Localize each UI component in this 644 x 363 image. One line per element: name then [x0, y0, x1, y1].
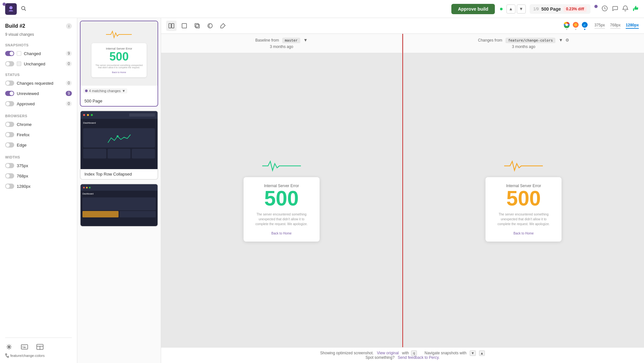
changes-desc: The server encountered something unexpec… [495, 212, 553, 226]
width-375-row: 375px [5, 162, 72, 169]
baseline-branch-dropdown[interactable]: ▼ [303, 38, 308, 43]
next-arrow[interactable]: ▼ [517, 5, 526, 14]
changed-filter[interactable]: Changed 9 [5, 50, 72, 57]
build-title-row: Build Build #2#2 i [5, 23, 72, 29]
highlight-button[interactable] [218, 21, 228, 31]
info-icon[interactable]: i [66, 23, 72, 29]
changes-link[interactable]: Back to Home [495, 232, 553, 235]
svg-point-17 [5, 354, 7, 355]
approved-count: 0 [66, 101, 72, 106]
matching-changes-badge[interactable]: 4 matching changes ▼ [83, 88, 127, 93]
comment-button[interactable] [612, 5, 618, 13]
unreviewed-filter[interactable]: Unreviewed 9 [5, 90, 72, 97]
svg-rect-21 [172, 24, 174, 28]
build-number: Build Build #2#2 [5, 23, 25, 29]
bottom-bar: Showing optimized screenshot. View origi… [161, 347, 644, 363]
chrome-label: Chrome [17, 122, 32, 127]
diff-badge: 0.23% diff [563, 6, 587, 12]
history-button[interactable] [601, 5, 608, 13]
changes-branch-dropdown[interactable]: ▼ [559, 38, 563, 43]
changes-img: Internal Server Error 500 The server enc… [403, 53, 644, 347]
thumb-card-500[interactable]: Internal Server Error 500 The server enc… [80, 21, 158, 107]
thumbsup-button[interactable] [632, 5, 639, 13]
width-1280-toggle[interactable] [5, 184, 14, 189]
width-768-toggle[interactable] [5, 173, 14, 178]
footer-icons [5, 338, 72, 351]
changes-label: Changes from [478, 38, 502, 43]
changes-requested-count: 0 [66, 81, 72, 86]
navigate-label: Navigate snapshots with [425, 351, 466, 355]
changes-time: 3 months ago [512, 44, 535, 49]
page-name: 500 Page [541, 6, 561, 12]
tab-edge[interactable] [582, 22, 588, 30]
notification-button[interactable] [622, 5, 629, 13]
tab-375px[interactable]: 375px [594, 23, 605, 29]
svg-point-25 [208, 24, 212, 28]
changed-toggle[interactable] [5, 51, 14, 56]
chrome-toggle[interactable] [5, 122, 14, 127]
main-content: 375px 768px 1280px [161, 18, 644, 363]
overlay-button[interactable] [192, 21, 202, 31]
thumb-card-third[interactable]: Dashboard [80, 184, 158, 227]
badge-text: 4 matching changes [89, 89, 120, 93]
diff-divider-line [402, 34, 403, 347]
svg-line-2 [24, 9, 26, 11]
layout-icon[interactable] [36, 343, 44, 351]
tab-firefox[interactable] [572, 22, 579, 30]
thumb-img-500: Internal Server Error 500 The server enc… [81, 21, 158, 86]
view-original-link[interactable]: View original [377, 351, 399, 355]
changes-requested-filter[interactable]: Changes requested 0 [5, 79, 72, 87]
tab-1280px[interactable]: 1280px [626, 23, 639, 29]
baseline-panel: Baseline from master ▼ 3 months ago [161, 34, 402, 347]
top-right-icons [594, 5, 639, 13]
baseline-header: Baseline from master ▼ 3 months ago [161, 34, 402, 53]
split-view-button[interactable] [166, 21, 177, 31]
snowflake-icon[interactable] [5, 343, 13, 351]
tab-chrome[interactable] [563, 22, 570, 30]
svg-rect-24 [196, 24, 199, 28]
width-375-toggle[interactable] [5, 163, 14, 168]
width-tabs: 375px 768px 1280px [594, 23, 639, 29]
nav-key-down: ▼ [470, 350, 476, 356]
thumb-card-index[interactable]: Dashboard [80, 110, 158, 180]
width-768-label: 768px [17, 174, 28, 178]
svg-point-19 [117, 135, 119, 137]
diff-button[interactable] [205, 21, 215, 31]
thumb-badge-row: 4 matching changes ▼ [81, 86, 158, 96]
feedback-link[interactable]: Send feedback to Percy. [398, 355, 440, 360]
thumbnails-panel: Internal Server Error 500 The server enc… [77, 18, 161, 363]
prev-arrow[interactable]: ▲ [506, 5, 515, 14]
svg-point-29 [574, 23, 577, 26]
approved-filter[interactable]: Approved 0 [5, 100, 72, 108]
unchanged-toggle[interactable] [5, 61, 14, 66]
edge-label: Edge [17, 143, 26, 148]
tab-768px[interactable]: 768px [610, 23, 621, 29]
firefox-label: Firefox [17, 132, 30, 137]
changed-icon [17, 51, 21, 56]
single-view-button[interactable] [179, 21, 189, 31]
feedback-label: Spot something? [366, 355, 395, 360]
baseline-label: Baseline from [255, 38, 279, 43]
firefox-toggle[interactable] [5, 132, 14, 137]
edge-toggle[interactable] [5, 142, 14, 148]
unchanged-filter[interactable]: Unchanged 0 [5, 60, 72, 68]
unreviewed-toggle[interactable] [5, 91, 14, 96]
diff-divider[interactable] [402, 34, 403, 347]
badge-dot [85, 90, 88, 92]
keyboard-icon[interactable] [21, 343, 28, 351]
page-badge: 1/9 500 Page 0.23% diff [530, 4, 591, 14]
changes-branch: feature/change-colors [505, 38, 555, 43]
width-768-row: 768px [5, 172, 72, 180]
logo [5, 3, 17, 15]
changes-requested-toggle[interactable] [5, 81, 14, 86]
changes-settings-button[interactable]: ⚙ [565, 38, 569, 43]
baseline-img: Internal Server Error 500 The server enc… [161, 53, 402, 347]
approved-label: Approved [17, 101, 63, 106]
thumb-name-500: 500 Page [84, 99, 102, 103]
approve-build-button[interactable]: Approve build [451, 4, 495, 14]
svg-rect-23 [195, 24, 198, 27]
baseline-link[interactable]: Back to Home [253, 232, 311, 235]
approved-toggle[interactable] [5, 101, 14, 106]
search-button[interactable] [21, 5, 26, 12]
svg-rect-20 [169, 24, 171, 28]
